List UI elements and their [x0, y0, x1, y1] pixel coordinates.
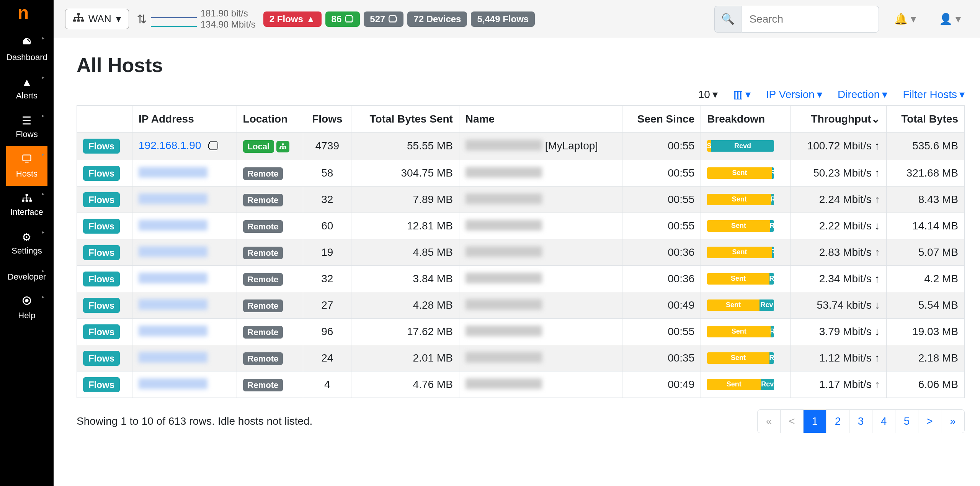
- sidebar-item-dashboard[interactable]: Dashboard▸: [6, 30, 47, 69]
- host-name-masked: x: [466, 378, 542, 389]
- host-name-masked: x: [466, 352, 542, 363]
- ip-address-masked[interactable]: x: [139, 326, 207, 336]
- svg-rect-24: [282, 147, 284, 149]
- col-flows[interactable]: Flows: [303, 106, 351, 133]
- breakdown-bar: SentR: [707, 194, 774, 205]
- page-5[interactable]: 5: [895, 410, 918, 433]
- svg-rect-22: [282, 144, 284, 145]
- page->[interactable]: >: [918, 410, 941, 433]
- gray-count-badge[interactable]: 527🖵: [364, 11, 403, 27]
- ip-address-masked[interactable]: x: [139, 352, 207, 363]
- sidebar-item-developer[interactable]: Developer▸: [6, 263, 47, 289]
- breakdown-sent: S: [707, 140, 711, 152]
- sidebar-item-settings[interactable]: ⚙Settings▸: [6, 224, 47, 263]
- flows-link[interactable]: Flows: [83, 324, 120, 339]
- trend-arrow-icon: ↑: [875, 193, 880, 205]
- total-flows-badge[interactable]: 5,449 Flows: [471, 11, 535, 27]
- sidebar-item-alerts[interactable]: ▲Alerts▸: [6, 69, 47, 108]
- ip-address-masked[interactable]: x: [139, 220, 207, 231]
- direction-filter[interactable]: Direction ▾: [838, 88, 887, 101]
- col-throughput[interactable]: Throughput⌄: [791, 106, 887, 133]
- location-badge: Remote: [243, 379, 283, 391]
- col-total-bytes[interactable]: Total Bytes: [886, 106, 964, 133]
- svg-rect-9: [26, 198, 27, 200]
- flows-link[interactable]: Flows: [83, 192, 120, 207]
- flows-link[interactable]: Flows: [83, 219, 120, 234]
- throughput: 2.22 Mbit/s ↓: [791, 213, 887, 239]
- col-seen[interactable]: Seen Since: [622, 106, 701, 133]
- search-button[interactable]: 🔍: [714, 6, 741, 33]
- col-location[interactable]: Location: [237, 106, 303, 133]
- total-bytes: 19.03 MB: [886, 318, 964, 345]
- columns-icon: ▥: [733, 88, 743, 101]
- bytes-sent: 17.62 MB: [351, 318, 459, 345]
- logo-icon: n: [18, 4, 36, 22]
- throughput: 50.23 Mbit/s ↑: [791, 160, 887, 186]
- trend-arrow-icon: ↑: [875, 352, 880, 364]
- flows-link[interactable]: Flows: [83, 166, 120, 181]
- col-breakdown[interactable]: Breakdown: [701, 106, 791, 133]
- sidebar-item-interface[interactable]: Interface▸: [6, 186, 47, 224]
- hosts-icon: [6, 153, 47, 167]
- ip-address-masked[interactable]: x: [139, 299, 207, 310]
- ip-address-masked[interactable]: x: [139, 273, 207, 283]
- flows-count: 27: [303, 292, 351, 318]
- page-»[interactable]: »: [941, 410, 964, 433]
- alert-flows-badge[interactable]: 2 Flows▲: [263, 11, 322, 27]
- seen-since: 00:55: [622, 318, 701, 345]
- table-summary: Showing 1 to 10 of 613 rows. Idle hosts …: [77, 415, 312, 427]
- sidebar-item-label: Dashboard: [6, 52, 47, 62]
- svg-rect-19: [74, 17, 75, 20]
- caret-down-icon: ▾: [882, 88, 887, 101]
- bytes-sent: 4.28 MB: [351, 292, 459, 318]
- page-size-selector[interactable]: 10 ▾: [698, 88, 718, 101]
- sidebar-item-help[interactable]: Help▸: [6, 289, 47, 327]
- ip-version-filter[interactable]: IP Version ▾: [766, 88, 822, 101]
- host-name-masked: x: [466, 246, 542, 257]
- page-<[interactable]: <: [781, 410, 804, 433]
- table-controls: 10 ▾ ▥▾ IP Version ▾ Direction ▾ Filter …: [77, 88, 965, 101]
- page-1[interactable]: 1: [804, 410, 826, 433]
- flows-link[interactable]: Flows: [83, 272, 120, 286]
- breakdown-sent: Sent: [707, 273, 769, 285]
- user-menu-button[interactable]: 👤 ▾: [931, 13, 969, 25]
- notifications-button[interactable]: 🔔 ▾: [887, 13, 924, 25]
- svg-rect-25: [285, 147, 287, 149]
- interface-selector[interactable]: WAN ▾: [65, 9, 129, 29]
- ip-address-masked[interactable]: x: [139, 378, 207, 389]
- col-ip[interactable]: IP Address: [132, 106, 237, 133]
- col-bytes-sent[interactable]: Total Bytes Sent: [351, 106, 459, 133]
- filter-hosts[interactable]: Filter Hosts ▾: [903, 88, 965, 101]
- user-icon: 👤: [939, 13, 952, 25]
- breakdown-rcvd: R: [769, 352, 774, 364]
- sidebar-item-flows[interactable]: ☰Flows▸: [6, 108, 47, 146]
- flows-count: 4: [303, 371, 351, 398]
- flows-link[interactable]: Flows: [83, 245, 120, 260]
- table-row: FlowsxRemote194.85 MBx 00:36SentR2.83 Mb…: [77, 239, 965, 265]
- page-title: All Hosts: [77, 54, 965, 77]
- host-name-masked: x: [466, 193, 542, 204]
- page-2[interactable]: 2: [826, 410, 849, 433]
- breakdown-sent: Sent: [707, 299, 760, 311]
- svg-rect-3: [22, 200, 24, 201]
- devices-badge[interactable]: 72 Devices: [407, 11, 467, 27]
- ip-address-link[interactable]: 192.168.1.90: [139, 139, 201, 151]
- search-input[interactable]: [741, 6, 879, 33]
- ip-address-masked[interactable]: x: [139, 167, 207, 178]
- page-3[interactable]: 3: [849, 410, 872, 433]
- ip-address-masked[interactable]: x: [139, 193, 207, 204]
- table-row: FlowsxRemote44.76 MBx 00:49SentRcv1.17 M…: [77, 371, 965, 398]
- green-count-badge[interactable]: 86🖵: [325, 11, 360, 27]
- flows-link[interactable]: Flows: [83, 298, 120, 313]
- ip-address-masked[interactable]: x: [139, 246, 207, 257]
- flows-link[interactable]: Flows: [83, 351, 120, 366]
- page-4[interactable]: 4: [872, 410, 895, 433]
- sidebar-item-hosts[interactable]: Hosts▸: [6, 146, 47, 186]
- host-name-masked: x: [466, 140, 542, 151]
- flows-link[interactable]: Flows: [83, 377, 120, 392]
- page-«[interactable]: «: [758, 410, 781, 433]
- seen-since: 00:49: [622, 292, 701, 318]
- columns-button[interactable]: ▥▾: [733, 88, 751, 101]
- col-name[interactable]: Name: [459, 106, 622, 133]
- flows-link[interactable]: Flows: [83, 139, 120, 154]
